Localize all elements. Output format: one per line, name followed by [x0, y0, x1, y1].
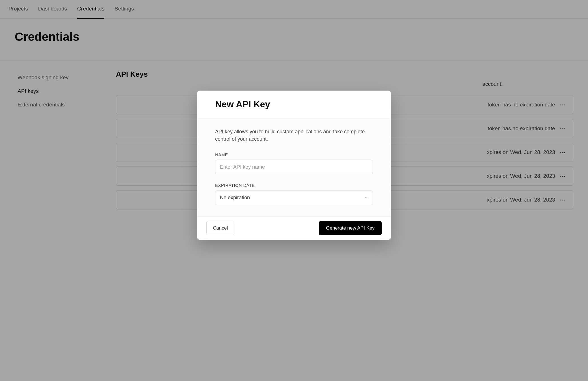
- modal-description: API key allows you to build custom appli…: [215, 128, 373, 143]
- api-key-name-input[interactable]: [215, 160, 373, 174]
- new-api-key-modal: New API Key API key allows you to build …: [197, 91, 391, 226]
- modal-header: New API Key: [197, 91, 391, 118]
- modal-overlay[interactable]: New API Key API key allows you to build …: [0, 0, 588, 226]
- modal-body: API key allows you to build custom appli…: [197, 118, 391, 216]
- chevron-down-icon: [364, 196, 368, 200]
- expiration-field-label: EXPIRATION DATE: [215, 183, 373, 188]
- expiration-select-value: No expiration: [220, 195, 250, 201]
- modal-title: New API Key: [215, 99, 373, 110]
- modal-footer: Cancel Generate new API Key: [197, 216, 391, 226]
- cancel-button[interactable]: Cancel: [206, 221, 234, 226]
- generate-api-key-button[interactable]: Generate new API Key: [319, 221, 382, 226]
- name-field-label: NAME: [215, 152, 373, 157]
- expiration-select[interactable]: No expiration: [215, 190, 373, 205]
